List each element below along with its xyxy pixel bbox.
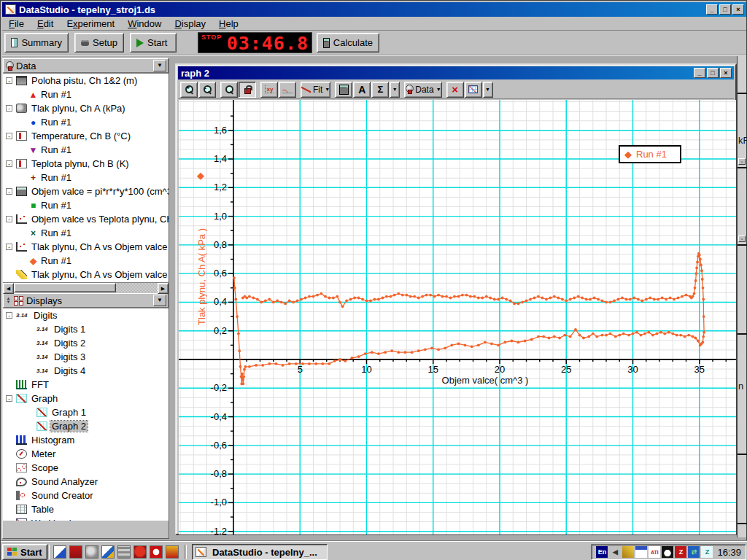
statistics-dropdown[interactable]: ▼ bbox=[390, 82, 400, 98]
displays-tree-item[interactable]: -Table bbox=[3, 502, 169, 516]
displays-tree-item[interactable]: -Meter bbox=[3, 447, 169, 461]
data-panel-hscrollbar[interactable]: ◀ ▶ bbox=[3, 282, 169, 293]
menu-display[interactable]: Display bbox=[168, 17, 212, 31]
data-panel-header[interactable]: Data ▼ bbox=[3, 58, 169, 73]
scheduler-icon[interactable] bbox=[635, 546, 647, 558]
start-menu-button[interactable]: Start bbox=[2, 544, 47, 560]
run-item[interactable]: ×Run #1 bbox=[3, 226, 169, 240]
slope-tool-button[interactable] bbox=[279, 82, 296, 98]
calculate-button[interactable] bbox=[335, 82, 352, 98]
menu-experiment[interactable]: Experiment bbox=[60, 17, 121, 31]
taskbar-task-datastudio[interactable]: DataStudio - tepelny_... bbox=[192, 544, 328, 560]
notepad-icon[interactable] bbox=[53, 545, 66, 559]
displays-tree-item[interactable]: -Histogram bbox=[3, 433, 169, 447]
displays-tree-item[interactable]: -3.14Digits 4 bbox=[3, 364, 169, 378]
statistics-button[interactable]: Σ bbox=[371, 82, 389, 98]
scroll-thumb[interactable] bbox=[14, 283, 116, 292]
text-annotation-button[interactable]: A bbox=[353, 82, 371, 98]
dragon-icon[interactable] bbox=[133, 545, 147, 559]
data-tree-item[interactable]: -Tlak plynu, Ch A vs Objem valce bbox=[3, 268, 169, 281]
pencil-tool-icon[interactable] bbox=[622, 546, 634, 558]
acrobat-icon[interactable] bbox=[69, 545, 82, 559]
displays-panel-dropdown[interactable]: ▼ bbox=[153, 295, 166, 306]
run-item[interactable]: +Run #1 bbox=[3, 171, 169, 184]
data-tree-item[interactable]: -Objem valce vs Teplota plynu, Ch bbox=[3, 212, 169, 226]
expander-icon[interactable]: - bbox=[6, 244, 12, 250]
displays-tree-item[interactable]: -Workbook bbox=[3, 516, 169, 521]
close-button[interactable]: × bbox=[732, 4, 744, 15]
graph-close-button[interactable]: × bbox=[720, 68, 732, 78]
ati-icon[interactable]: ATI bbox=[649, 546, 660, 558]
expander-icon[interactable]: - bbox=[6, 312, 12, 319]
expander-icon[interactable]: - bbox=[6, 395, 12, 402]
volume-icon[interactable]: ◀ bbox=[609, 546, 621, 558]
graph-maximize-button[interactable]: □ bbox=[707, 68, 719, 78]
penguin-icon[interactable] bbox=[662, 546, 673, 558]
data-tree-item[interactable]: -Objem valce = pi*r*r*y*100 (cm^3 bbox=[3, 184, 169, 198]
run-item[interactable]: ▼Run #1 bbox=[3, 143, 169, 157]
displays-tree-item[interactable]: -Scope bbox=[3, 461, 169, 475]
expander-icon[interactable]: - bbox=[6, 105, 12, 112]
chart-legend[interactable]: ◆ Run #1 bbox=[619, 145, 681, 163]
run-item[interactable]: ◆Run #1 bbox=[3, 254, 169, 268]
displays-tree-item[interactable]: -3.14Digits 3 bbox=[3, 350, 169, 364]
start-button[interactable]: Start bbox=[130, 33, 177, 52]
displays-tree-item[interactable]: -Graph 1 bbox=[3, 405, 169, 419]
zoom-in-button[interactable]: + bbox=[180, 82, 198, 98]
summary-button[interactable]: Summary bbox=[4, 33, 69, 52]
minimize-button[interactable]: _ bbox=[706, 4, 718, 15]
graph-settings-button[interactable] bbox=[465, 82, 482, 98]
opera-icon[interactable] bbox=[150, 545, 163, 559]
expander-icon[interactable]: - bbox=[6, 77, 12, 84]
displays-panel-header[interactable]: ▲▼ Displays ▼ bbox=[3, 293, 169, 308]
data-tree-item[interactable]: -Poloha pistu, Ch 1&2 (m) bbox=[3, 74, 169, 88]
z-tool-icon[interactable]: Z bbox=[701, 546, 713, 558]
remove-button[interactable]: × bbox=[446, 82, 464, 98]
expander-icon[interactable]: - bbox=[6, 160, 12, 167]
data-tree-item[interactable]: -Tlak plynu, Ch A (kPa) bbox=[3, 101, 169, 115]
dove-icon[interactable] bbox=[85, 545, 98, 559]
data-tree-item[interactable]: -Teplota plynu, Ch B (K) bbox=[3, 157, 169, 171]
menu-help[interactable]: Help bbox=[212, 17, 245, 31]
diskeeper-icon[interactable]: Z bbox=[675, 546, 686, 558]
zoom-out-button[interactable]: - bbox=[198, 82, 216, 98]
displays-tree-item[interactable]: -3.14Digits 1 bbox=[3, 322, 169, 336]
expander-icon[interactable]: - bbox=[6, 216, 12, 222]
scroll-right-icon[interactable]: ▶ bbox=[158, 283, 169, 294]
smart-tool-button[interactable]: xy bbox=[260, 82, 278, 98]
displays-tree-item[interactable]: -Graph bbox=[3, 392, 169, 405]
displays-tree-item[interactable]: -Sound Creator bbox=[3, 489, 169, 502]
menu-file[interactable]: File bbox=[2, 17, 31, 31]
scale-lock-button[interactable] bbox=[239, 82, 256, 98]
run-item[interactable]: ■Run #1 bbox=[3, 198, 169, 212]
maximize-button[interactable]: □ bbox=[719, 4, 731, 15]
spin-arrows-icon[interactable]: ▲▼ bbox=[5, 297, 12, 304]
graph-settings-dropdown[interactable]: ▼ bbox=[483, 82, 493, 98]
calculate-button[interactable]: Calculate bbox=[317, 33, 379, 52]
menu-edit[interactable]: Edit bbox=[31, 17, 60, 31]
menu-window[interactable]: Window bbox=[121, 17, 168, 31]
fit-button[interactable]: Fit▼ bbox=[301, 82, 330, 98]
setup-button[interactable]: Setup bbox=[74, 33, 124, 52]
expander-icon[interactable]: - bbox=[6, 188, 12, 195]
expander-icon[interactable]: - bbox=[6, 133, 12, 139]
sync-arrows-icon[interactable]: ⇄ bbox=[688, 546, 700, 558]
keyboard-layout-en[interactable]: En bbox=[596, 546, 608, 558]
main-titlebar[interactable]: DataStudio - tepelny_stroj1.ds _ □ × bbox=[2, 2, 746, 17]
displays-tree-item[interactable]: -Graph 2 bbox=[3, 419, 169, 433]
displays-tree-item[interactable]: -3.14Digits bbox=[3, 308, 169, 322]
ink-pen-icon[interactable] bbox=[101, 545, 115, 559]
calculator-icon[interactable] bbox=[117, 545, 131, 559]
data-tree-item[interactable]: -Temperature, Ch B (°C) bbox=[3, 129, 169, 143]
flame-icon[interactable] bbox=[166, 545, 179, 559]
displays-tree-item[interactable]: -3.14Digits 2 bbox=[3, 336, 169, 350]
run-item[interactable]: ●Run #1 bbox=[3, 115, 169, 129]
data-button[interactable]: Data▼ bbox=[404, 82, 441, 98]
displays-tree-item[interactable]: -FFT bbox=[3, 378, 169, 392]
graph2-titlebar[interactable]: raph 2 _ □ × bbox=[178, 66, 734, 79]
displays-tree-item[interactable]: -Sound Analyzer bbox=[3, 475, 169, 489]
data-tree-item[interactable]: -Tlak plynu, Ch A vs Objem valce bbox=[3, 240, 169, 254]
zoom-select-button[interactable] bbox=[220, 82, 238, 98]
graph-minimize-button[interactable]: _ bbox=[694, 68, 705, 78]
scroll-left-icon[interactable]: ◀ bbox=[3, 283, 14, 294]
